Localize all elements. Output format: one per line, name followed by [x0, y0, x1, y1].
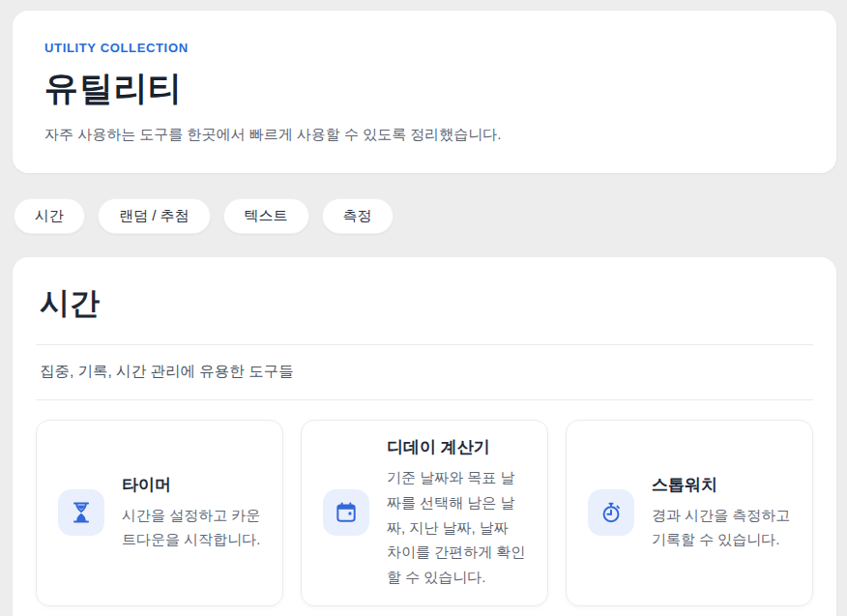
- page-description: 자주 사용하는 도구를 한곳에서 빠르게 사용할 수 있도록 정리했습니다.: [44, 126, 804, 144]
- divider: [36, 399, 813, 400]
- tool-text: 디데이 계산기 기준 날짜와 목표 날짜를 선택해 남은 날짜, 지난 날짜, …: [387, 436, 526, 590]
- header-card: UTILITY COLLECTION 유틸리티 자주 사용하는 도구를 한곳에서…: [13, 11, 836, 173]
- calendar-icon: [323, 489, 369, 536]
- section-title: 시간: [36, 281, 813, 344]
- filter-pill-text[interactable]: 텍스트: [223, 198, 309, 234]
- category-filter-row: 시간 랜덤 / 추첨 텍스트 측정: [13, 198, 836, 234]
- filter-pill-measure[interactable]: 측정: [322, 198, 394, 234]
- tool-text: 스톱워치 경과 시간을 측정하고 기록할 수 있습니다.: [652, 474, 791, 553]
- tool-card-stopwatch[interactable]: 스톱워치 경과 시간을 측정하고 기록할 수 있습니다.: [566, 420, 813, 606]
- stopwatch-icon: [588, 489, 634, 536]
- tool-description: 기준 날짜와 목표 날짜를 선택해 남은 날짜, 지난 날짜, 날짜 차이를 간…: [387, 465, 526, 590]
- tool-title: 타이머: [122, 474, 261, 496]
- page: UTILITY COLLECTION 유틸리티 자주 사용하는 도구를 한곳에서…: [0, 0, 847, 616]
- collection-eyebrow: UTILITY COLLECTION: [44, 41, 804, 55]
- tool-description: 경과 시간을 측정하고 기록할 수 있습니다.: [652, 503, 791, 553]
- section-description: 집중, 기록, 시간 관리에 유용한 도구들: [36, 345, 813, 399]
- page-title: 유틸리티: [44, 66, 804, 111]
- tool-title: 디데이 계산기: [387, 436, 526, 458]
- hourglass-icon: [58, 489, 104, 536]
- filter-pill-random[interactable]: 랜덤 / 추첨: [98, 198, 211, 234]
- tool-description: 시간을 설정하고 카운트다운을 시작합니다.: [122, 503, 261, 553]
- filter-pill-time[interactable]: 시간: [14, 198, 85, 234]
- tool-card-dday-calculator[interactable]: 디데이 계산기 기준 날짜와 목표 날짜를 선택해 남은 날짜, 지난 날짜, …: [301, 420, 548, 606]
- tool-title: 스톱워치: [652, 474, 791, 496]
- tool-card-timer[interactable]: 타이머 시간을 설정하고 카운트다운을 시작합니다.: [36, 420, 283, 606]
- section-time: 시간 집중, 기록, 시간 관리에 유용한 도구들 타이머 시: [13, 257, 836, 616]
- tool-grid: 타이머 시간을 설정하고 카운트다운을 시작합니다. 디데이 계산기: [36, 420, 813, 606]
- tool-text: 타이머 시간을 설정하고 카운트다운을 시작합니다.: [122, 474, 261, 553]
